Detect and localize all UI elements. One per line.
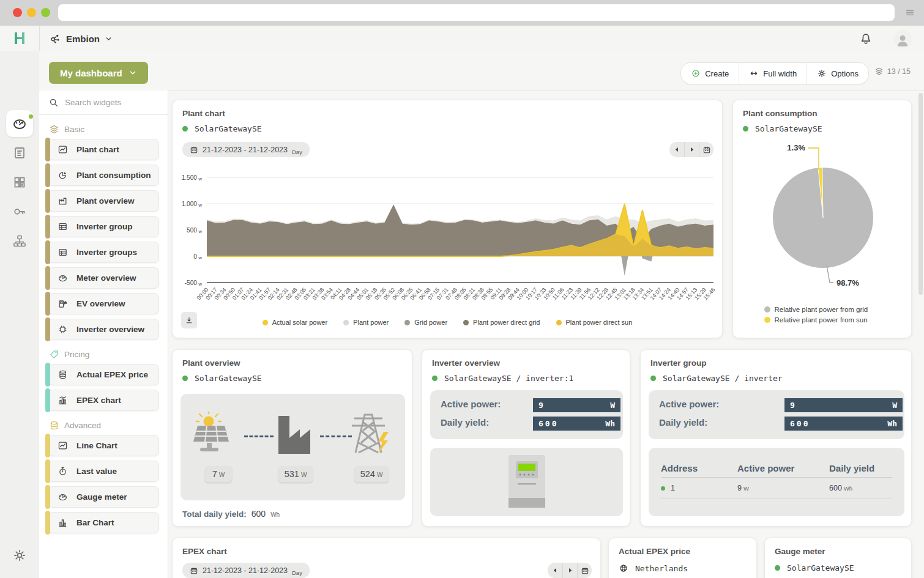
- options-button[interactable]: Options: [807, 63, 868, 84]
- nav-widgets-grid[interactable]: [12, 175, 27, 190]
- legend-item-plant-power-direct-sun[interactable]: Plant power direct sun: [556, 319, 633, 326]
- widget-item-label: Plant chart: [76, 145, 119, 154]
- traffic-light-maximize[interactable]: [41, 8, 50, 17]
- unit: Wh: [887, 419, 897, 428]
- total-value: 600: [251, 509, 266, 519]
- traffic-light-close[interactable]: [13, 8, 22, 17]
- cell-daily-yield: 600Wh: [829, 484, 892, 492]
- url-bar[interactable]: [58, 4, 895, 21]
- widget-item-actual-epex-price[interactable]: Actual EPEX price: [48, 364, 159, 385]
- widget-item-line-chart[interactable]: Line Chart: [48, 435, 159, 456]
- pie-legend: Relative plant power from gridRelative p…: [733, 306, 911, 324]
- widget-inverter-group: Inverter group SolarGatewaySE / inverter…: [640, 349, 912, 527]
- granularity-label: Day: [292, 149, 302, 155]
- legend-item-grid-power[interactable]: Grid power: [404, 319, 447, 326]
- date-nav-group: [669, 142, 713, 157]
- nav-sitemap[interactable]: [12, 234, 27, 248]
- widget-item-label: Inverter overview: [76, 325, 144, 334]
- dashboard-toolbar: My dashboard Create Full width Options 1…: [39, 51, 924, 91]
- daily-yield-box: 600 Wh: [533, 417, 620, 431]
- cell-address: 1: [661, 484, 737, 492]
- legend-item-relative-plant-power-from-sun[interactable]: Relative plant power from sun: [764, 316, 881, 324]
- consumption-pie-chart[interactable]: 1.3% 98.7%: [733, 136, 912, 301]
- widget-item-gauge-meter[interactable]: Gauge meter: [48, 486, 159, 508]
- date-prev-button[interactable]: [669, 142, 684, 157]
- workspace-switcher[interactable]: Embion: [49, 26, 113, 51]
- widget-search: [39, 91, 168, 115]
- widget-gauge-meter: Gauge meter SolarGatewaySE: [764, 538, 912, 578]
- legend-label: Relative plant power from sun: [775, 316, 868, 324]
- status-dot: [743, 126, 748, 132]
- legend-item-plant-power[interactable]: Plant power: [343, 319, 389, 326]
- nav-documents[interactable]: [12, 146, 27, 160]
- legend-item-relative-plant-power-from-grid[interactable]: Relative plant power from grid: [764, 306, 881, 313]
- date-next-button[interactable]: [684, 142, 699, 157]
- speedo-icon: [58, 273, 68, 283]
- layers-icon: [49, 124, 59, 135]
- create-label: Create: [705, 69, 729, 78]
- pie-label-sun: 1.3%: [787, 143, 805, 152]
- app-logo[interactable]: H: [0, 26, 40, 51]
- plant-chart-plot[interactable]: 1.500 w1.000 w500 w0 w-500 w00:0000:1700…: [176, 169, 717, 323]
- nav-dashboard[interactable]: [6, 110, 33, 137]
- unit: W: [301, 472, 307, 478]
- bars-icon: [58, 517, 68, 528]
- daily-yield-label: Daily yield:: [659, 417, 707, 428]
- svg-text:0 w: 0 w: [193, 253, 202, 261]
- date-range-picker[interactable]: 21-12-2023 - 21-12-2023 Day: [182, 563, 310, 578]
- widget-item-plant-consumption[interactable]: Plant consumption: [48, 165, 159, 186]
- page-scrollbar[interactable]: [918, 93, 923, 576]
- widget-item-inverter-groups[interactable]: Inverter groups: [48, 242, 159, 263]
- widget-item-inverter-group[interactable]: Inverter group: [48, 216, 159, 237]
- dashboard-active-dot: [29, 114, 33, 119]
- widget-count-indicator: 13 / 15: [874, 67, 911, 76]
- widget-item-meter-overview[interactable]: Meter overview: [48, 267, 159, 289]
- legend-item-plant-power-direct-grid[interactable]: Plant power direct grid: [463, 319, 540, 326]
- widget-item-plant-chart[interactable]: Plant chart: [48, 139, 159, 160]
- col-daily-yield: Daily yield: [829, 463, 892, 473]
- widget-item-last-value[interactable]: Last value: [48, 461, 159, 482]
- widget-item-ev-overview[interactable]: EV overview: [48, 293, 159, 314]
- cell-active-power: 9W: [737, 484, 829, 492]
- widget-item-bar-chart[interactable]: Bar Chart: [48, 512, 159, 533]
- user-avatar[interactable]: [893, 29, 912, 48]
- app-window: H Embion My dashboard Cr: [0, 0, 924, 578]
- date-range-picker[interactable]: 21-12-2023 - 21-12-2023 Day: [182, 142, 310, 157]
- layers-icon: [874, 67, 884, 76]
- date-calendar-button[interactable]: [577, 563, 592, 578]
- date-next-button[interactable]: [562, 563, 577, 578]
- device-name: SolarGatewaySE: [787, 563, 854, 572]
- browser-menu-icon[interactable]: [904, 8, 915, 18]
- traffic-light-minimize[interactable]: [27, 8, 36, 17]
- create-button[interactable]: Create: [681, 63, 739, 84]
- dashboard-selector-button[interactable]: My dashboard: [49, 62, 148, 84]
- bar-up-icon: [58, 395, 68, 406]
- table-header-row: Address Active power Daily yield: [661, 459, 892, 478]
- inverter-values-panel: Active power: 9 W Daily yield: 600 Wh: [430, 390, 623, 439]
- value: 7: [212, 469, 217, 479]
- search-input[interactable]: [64, 97, 158, 108]
- nav-settings-gear[interactable]: [12, 548, 27, 563]
- solar-power-value: 7 W: [205, 466, 232, 483]
- widget-item-label: Line Chart: [76, 441, 117, 450]
- grid-tower-icon: [348, 410, 395, 458]
- scrollbar-thumb[interactable]: [918, 93, 923, 295]
- daily-yield-box: 600 Wh: [784, 417, 903, 431]
- unit: W: [219, 472, 225, 478]
- widget-item-inverter-overview[interactable]: Inverter overview: [48, 319, 159, 340]
- notifications-bell-icon[interactable]: [859, 32, 873, 45]
- region-name: Netherlands: [635, 564, 688, 573]
- widget-item-plant-overview[interactable]: Plant overview: [48, 190, 159, 212]
- legend-item-actual-solar-power[interactable]: Actual solar power: [263, 319, 328, 326]
- person-icon: [895, 32, 911, 48]
- legend-dot: [764, 306, 770, 313]
- device-name: SolarGatewaySE / inverter:1: [444, 374, 573, 383]
- grid-power-value: 524 W: [354, 466, 389, 483]
- widget-plant-chart: Plant chart SolarGatewaySE 21-12-2023 - …: [172, 100, 723, 338]
- active-power-label: Active power:: [441, 399, 501, 409]
- date-prev-button[interactable]: [548, 563, 562, 578]
- date-calendar-button[interactable]: [699, 142, 713, 157]
- widget-item-epex-chart[interactable]: EPEX chart: [48, 390, 159, 411]
- full-width-button[interactable]: Full width: [739, 63, 807, 84]
- nav-access-keys[interactable]: [12, 204, 27, 219]
